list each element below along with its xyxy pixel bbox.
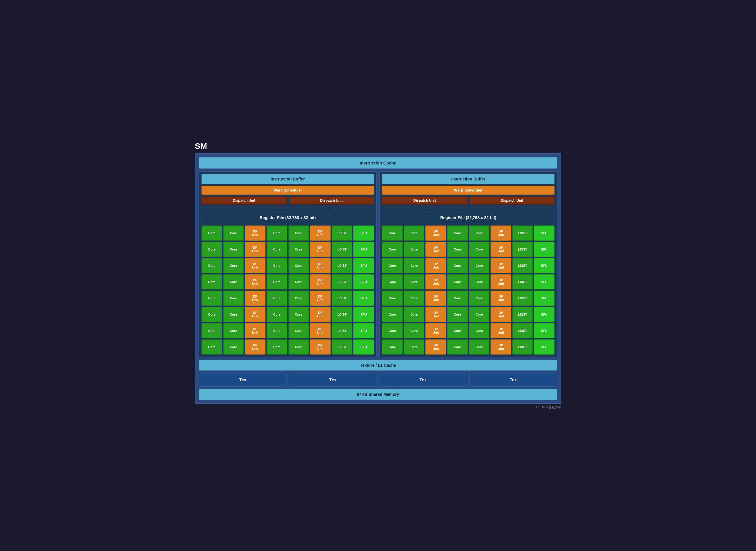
core-cell: Core xyxy=(202,225,222,240)
core-cell: Core xyxy=(404,274,424,290)
sfu-cell: SFU xyxy=(534,274,554,290)
dp-cell: DPUnit xyxy=(245,258,266,273)
core-cell: Core xyxy=(382,307,403,322)
core-cell: Core xyxy=(223,340,244,355)
ldst-cell: LD/ST xyxy=(332,340,352,355)
ldst-cell: LD/ST xyxy=(512,258,533,273)
core-cell: Core xyxy=(469,242,490,257)
core-cell: Core xyxy=(382,340,403,355)
core-cell: Core xyxy=(404,307,424,322)
dp-cell: DPUnit xyxy=(425,307,446,322)
core-cell: Core xyxy=(404,323,424,338)
ldst-cell: LD/ST xyxy=(332,258,352,273)
core-cell: Core xyxy=(382,274,403,290)
core-cell: Core xyxy=(447,340,468,355)
dp-cell: DPUnit xyxy=(245,307,266,322)
right-dispatch-row: Dispatch Unit Dispatch Unit xyxy=(382,196,554,204)
dp-cell: DPUnit xyxy=(310,340,331,355)
right-cores-grid: Core Core DPUnit Core Core DPUnit LD/ST … xyxy=(382,225,554,355)
sm-container: Instruction Cache Instruction Buffer War… xyxy=(195,153,561,404)
dp-cell: DPUnit xyxy=(425,258,446,273)
dp-cell: DPUnit xyxy=(425,242,446,257)
core-cell: Core xyxy=(289,225,309,240)
core-cell: Core xyxy=(469,323,490,338)
texture-l1-cache: Texture / L1 Cache xyxy=(199,360,557,371)
dp-cell: DPUnit xyxy=(490,225,511,240)
core-cell: Core xyxy=(289,291,309,306)
core-cell: Core xyxy=(223,274,244,290)
ldst-cell: LD/ST xyxy=(332,323,352,338)
right-instruction-buffer: Instruction Buffer xyxy=(382,174,554,184)
right-arrow-1: ↓ xyxy=(425,206,428,211)
sfu-cell: SFU xyxy=(353,323,374,338)
dp-cell: DPUnit xyxy=(310,258,331,273)
ldst-cell: LD/ST xyxy=(332,274,352,290)
right-arrows: ↓ ↓ xyxy=(382,206,554,211)
core-cell: Core xyxy=(202,323,222,338)
core-cell: Core xyxy=(447,242,468,257)
dp-cell: DPUnit xyxy=(490,307,511,322)
shared-memory: 64KB Shared Memory xyxy=(199,389,557,400)
two-halves: Instruction Buffer Warp Scheduler Dispat… xyxy=(199,171,557,357)
left-dispatch-unit-1: Dispatch Unit xyxy=(202,196,287,204)
sfu-cell: SFU xyxy=(353,307,374,322)
left-warp-scheduler: Warp Scheduler xyxy=(202,186,374,195)
core-cell: Core xyxy=(289,258,309,273)
core-cell: Core xyxy=(447,307,468,322)
core-cell: Core xyxy=(404,225,424,240)
sfu-cell: SFU xyxy=(353,258,374,273)
core-cell: Core xyxy=(223,258,244,273)
left-cores-grid: Core Core DPUnit Core Core DPUnit LD/ST … xyxy=(202,225,374,355)
dp-cell: DPUnit xyxy=(245,291,266,306)
core-cell: Core xyxy=(382,225,403,240)
dp-cell: DPUnit xyxy=(490,323,511,338)
right-register-file: Register File (32,768 x 32-bit) xyxy=(382,212,554,223)
core-cell: Core xyxy=(404,291,424,306)
core-cell: Core xyxy=(223,323,244,338)
sfu-cell: SFU xyxy=(534,340,554,355)
core-cell: Core xyxy=(267,242,287,257)
ldst-cell: LD/ST xyxy=(512,274,533,290)
core-cell: Core xyxy=(202,307,222,322)
sfu-cell: SFU xyxy=(534,323,554,338)
core-cell: Core xyxy=(267,274,287,290)
left-instruction-buffer: Instruction Buffer xyxy=(202,174,374,184)
dp-cell: DPUnit xyxy=(425,340,446,355)
sfu-cell: SFU xyxy=(534,225,554,240)
ldst-cell: LD/ST xyxy=(332,291,352,306)
ldst-cell: LD/ST xyxy=(512,307,533,322)
dp-cell: DPUnit xyxy=(310,291,331,306)
dp-cell: DPUnit xyxy=(425,274,446,290)
core-cell: Core xyxy=(382,323,403,338)
core-cell: Core xyxy=(289,307,309,322)
ldst-cell: LD/ST xyxy=(332,307,352,322)
tex-row: Tex Tex Tex Tex xyxy=(199,373,557,387)
core-cell: Core xyxy=(267,258,287,273)
core-cell: Core xyxy=(382,291,403,306)
dp-cell: DPUnit xyxy=(245,274,266,290)
core-cell: Core xyxy=(223,225,244,240)
core-cell: Core xyxy=(447,225,468,240)
core-cell: Core xyxy=(469,340,490,355)
core-cell: Core xyxy=(289,274,309,290)
left-dispatch-row: Dispatch Unit Dispatch Unit xyxy=(202,196,374,204)
left-arrow-2: ↓ xyxy=(328,206,331,211)
dp-cell: DPUnit xyxy=(245,340,266,355)
bottom-section: Texture / L1 Cache Tex Tex Tex Tex 64KB … xyxy=(199,360,557,400)
dp-cell: DPUnit xyxy=(310,323,331,338)
core-cell: Core xyxy=(267,291,287,306)
core-cell: Core xyxy=(267,225,287,240)
dp-cell: DPUnit xyxy=(310,242,331,257)
tex-unit-2: Tex xyxy=(289,373,377,387)
watermark: CSDN ©花花少年 xyxy=(195,405,561,410)
dp-cell: DPUnit xyxy=(310,274,331,290)
left-arrows: ↓ ↓ xyxy=(202,206,374,211)
core-cell: Core xyxy=(267,307,287,322)
tex-unit-1: Tex xyxy=(199,373,287,387)
sfu-cell: SFU xyxy=(534,291,554,306)
sfu-cell: SFU xyxy=(534,307,554,322)
dp-cell: DPUnit xyxy=(310,225,331,240)
right-dispatch-unit-1: Dispatch Unit xyxy=(382,196,467,204)
sfu-cell: SFU xyxy=(353,291,374,306)
dp-cell: DPUnit xyxy=(425,291,446,306)
